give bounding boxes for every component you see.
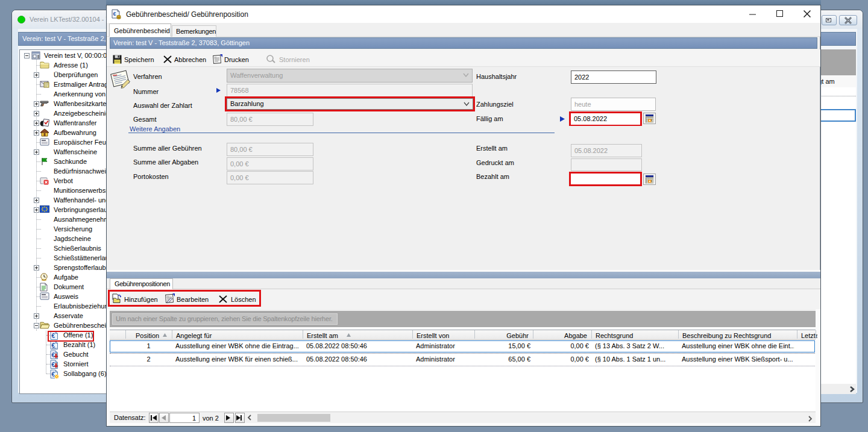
svg-text:€: € [52, 362, 55, 368]
svg-text:€: € [113, 11, 116, 17]
svg-text:€: € [52, 342, 55, 349]
svg-text:€: € [52, 352, 55, 358]
svg-text:€: € [52, 371, 55, 378]
